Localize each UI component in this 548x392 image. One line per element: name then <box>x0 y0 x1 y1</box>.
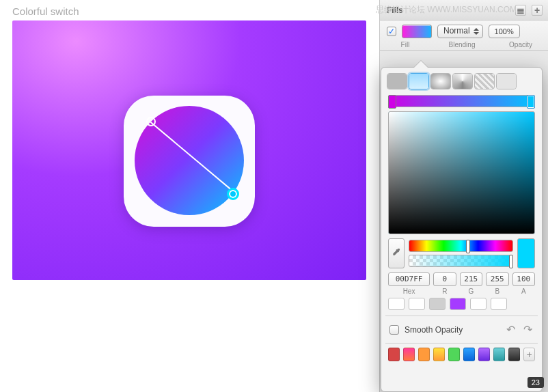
current-color-swatch <box>517 238 535 268</box>
redo-icon[interactable]: ↷ <box>522 323 534 336</box>
fill-tab-pattern[interactable] <box>474 73 495 89</box>
fill-type-tabs <box>381 68 542 94</box>
add-fill-button[interactable]: + <box>532 5 543 16</box>
recent-swatch[interactable] <box>470 298 487 310</box>
smooth-opacity-checkbox[interactable] <box>389 325 399 335</box>
eyedropper-button[interactable] <box>388 238 405 268</box>
fill-opacity-input[interactable]: 100% <box>489 25 520 38</box>
alpha-thumb[interactable] <box>509 255 513 268</box>
add-palette-swatch[interactable]: + <box>523 348 535 361</box>
r-input[interactable]: 0 <box>433 272 456 286</box>
fill-tab-solid[interactable] <box>387 73 407 89</box>
fill-row: ✓ Normal 100% Fill Blending Opacity <box>380 20 548 51</box>
recent-swatch[interactable] <box>491 298 507 310</box>
recent-swatch[interactable] <box>450 298 466 310</box>
recent-colors <box>388 298 535 310</box>
hex-input[interactable]: 00D7FF <box>388 272 430 286</box>
alpha-slider[interactable] <box>409 255 513 267</box>
palette-swatch[interactable] <box>403 348 415 361</box>
value-labels: Hex R G B A <box>388 288 535 295</box>
palette-swatch[interactable] <box>433 348 445 361</box>
fill-tab-angular[interactable] <box>452 73 473 89</box>
artboard-title: Colorful switch <box>12 5 79 17</box>
palette-swatch[interactable] <box>493 348 505 361</box>
palette-swatch[interactable] <box>448 348 460 361</box>
a-input[interactable]: 100 <box>512 272 535 286</box>
palette-swatch[interactable] <box>478 348 490 361</box>
undo-icon[interactable]: ↶ <box>505 323 517 336</box>
g-input[interactable]: 215 <box>460 272 482 286</box>
fill-enabled-checkbox[interactable]: ✓ <box>387 27 396 36</box>
fill-tab-radial[interactable] <box>430 73 451 89</box>
color-popover: 00D7FF 0 215 255 100 Hex R G B A Smooth … <box>381 67 543 392</box>
blend-mode-select[interactable]: Normal <box>437 25 483 38</box>
recent-swatch[interactable] <box>409 298 425 310</box>
hue-slider[interactable] <box>409 240 513 252</box>
global-palette: + <box>381 344 542 365</box>
palette-swatch[interactable] <box>418 348 430 361</box>
canvas-area: Colorful switch <box>0 0 381 392</box>
fill-tab-noise[interactable] <box>496 73 517 89</box>
gradient-stop-1[interactable] <box>527 95 535 109</box>
palette-swatch[interactable] <box>388 348 400 361</box>
gradient-stop-0[interactable] <box>388 95 396 109</box>
page-counter: 23 <box>528 377 544 388</box>
fill-tab-linear[interactable] <box>409 73 429 89</box>
b-input[interactable]: 255 <box>486 272 508 286</box>
fills-options-icon[interactable]: ≣ <box>515 5 526 16</box>
watermark: 思缘设计论坛 WWW.MISSYUAN.COM <box>376 4 517 16</box>
artboard[interactable] <box>12 20 366 280</box>
smooth-opacity-label: Smooth Opacity <box>405 325 499 335</box>
palette-swatch[interactable] <box>508 348 520 361</box>
eyedropper-icon <box>392 247 401 257</box>
gradient-handle-end[interactable] <box>227 188 239 200</box>
hue-thumb[interactable] <box>466 240 470 253</box>
gradient-handle-start[interactable] <box>146 117 156 126</box>
recent-swatch[interactable] <box>388 298 405 310</box>
saturation-picker[interactable] <box>388 111 535 234</box>
fill-color-swatch[interactable] <box>402 25 432 38</box>
palette-swatch[interactable] <box>463 348 475 361</box>
gradient-bar[interactable] <box>388 95 535 107</box>
fill-row-labels: Fill Blending Opacity <box>380 41 548 48</box>
recent-swatch[interactable] <box>429 298 446 310</box>
